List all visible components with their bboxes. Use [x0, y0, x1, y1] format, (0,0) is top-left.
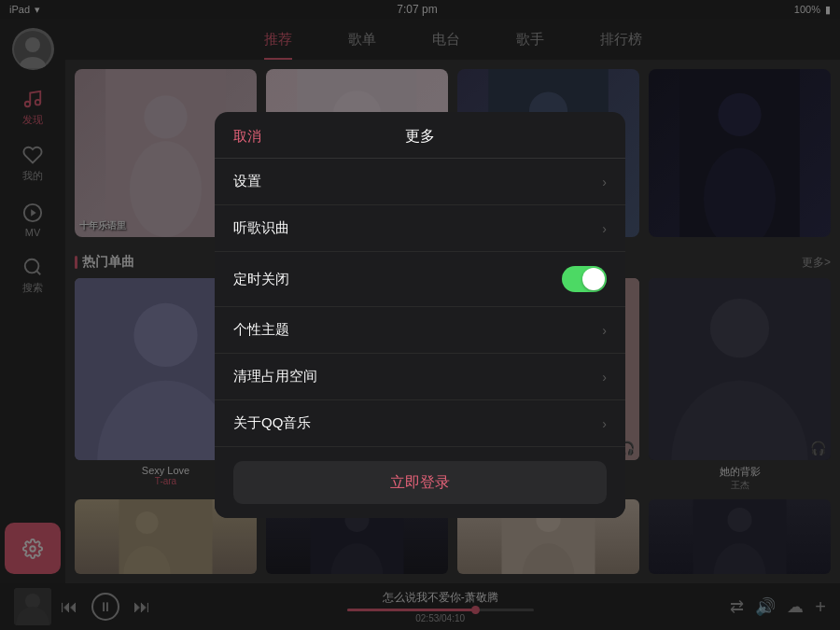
modal-item-about[interactable]: 关于QQ音乐 ›: [215, 400, 625, 447]
login-button[interactable]: 立即登录: [233, 461, 607, 504]
modal-settings-right: ›: [602, 175, 607, 189]
modal: 取消 更多 设置 › 听歌识曲 › 定时关闭: [215, 112, 625, 518]
chevron-theme-icon: ›: [602, 323, 607, 338]
modal-cancel-button[interactable]: 取消: [233, 128, 261, 146]
modal-about-label: 关于QQ音乐: [233, 414, 311, 432]
modal-header: 取消 更多: [215, 112, 625, 159]
chevron-about-icon: ›: [602, 416, 607, 431]
modal-item-shazam[interactable]: 听歌识曲 ›: [215, 205, 625, 252]
modal-item-clear[interactable]: 清理占用空间 ›: [215, 354, 625, 400]
overlay[interactable]: 取消 更多 设置 › 听歌识曲 › 定时关闭: [0, 0, 840, 630]
modal-clear-label: 清理占用空间: [233, 368, 317, 385]
modal-timer-label: 定时关闭: [233, 271, 289, 288]
modal-about-right: ›: [602, 416, 607, 431]
modal-shazam-label: 听歌识曲: [233, 219, 289, 237]
modal-theme-right: ›: [602, 323, 607, 338]
chevron-clear-icon: ›: [602, 370, 607, 385]
modal-item-timer[interactable]: 定时关闭: [215, 252, 625, 307]
modal-item-theme[interactable]: 个性主题 ›: [215, 307, 625, 354]
modal-clear-right: ›: [602, 370, 607, 385]
modal-login-section: 立即登录: [215, 447, 625, 518]
chevron-settings-icon: ›: [602, 175, 607, 189]
chevron-shazam-icon: ›: [602, 221, 607, 236]
modal-timer-right: [562, 266, 607, 292]
timer-toggle[interactable]: [562, 266, 607, 292]
modal-title: 更多: [405, 127, 435, 147]
modal-theme-label: 个性主题: [233, 321, 289, 339]
modal-item-settings[interactable]: 设置 ›: [215, 159, 625, 205]
modal-shazam-right: ›: [602, 221, 607, 236]
modal-settings-label: 设置: [233, 173, 261, 190]
toggle-knob: [582, 268, 605, 290]
